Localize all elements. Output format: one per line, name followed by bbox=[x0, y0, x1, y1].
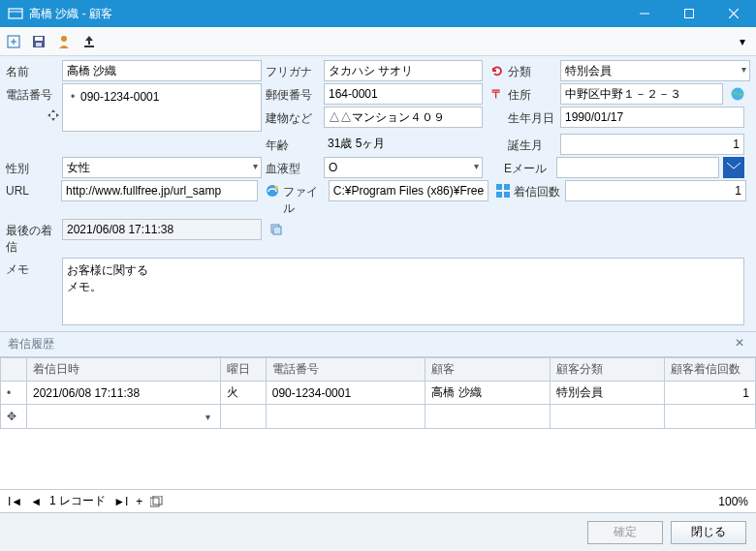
phone-list[interactable]: •090-1234-0001 bbox=[62, 83, 262, 132]
history-title: 着信履歴 bbox=[8, 336, 54, 352]
svg-rect-3 bbox=[685, 10, 694, 18]
user-icon[interactable] bbox=[56, 34, 72, 49]
nav-next-icon[interactable]: ►I bbox=[113, 495, 128, 508]
save-icon[interactable] bbox=[31, 34, 47, 49]
col-category[interactable]: 顧客分類 bbox=[551, 358, 664, 382]
label-birth: 生年月日 bbox=[508, 107, 560, 128]
menu-dropdown-icon[interactable]: ▾ bbox=[735, 34, 750, 49]
postal-input[interactable] bbox=[324, 83, 483, 105]
cell-category: 特別会員 bbox=[551, 382, 664, 405]
label-building: 建物など bbox=[266, 107, 324, 128]
nav-first-icon[interactable]: I◄ bbox=[8, 495, 22, 508]
refresh-icon[interactable] bbox=[487, 60, 508, 81]
cell-weekday: 火 bbox=[220, 382, 266, 405]
age-value: 31歳 5ヶ月 bbox=[324, 134, 483, 155]
cell-customer: 高橋 沙織 bbox=[425, 382, 551, 405]
table-row-new[interactable]: ✥ bbox=[1, 405, 756, 429]
row-bullet-icon: • bbox=[65, 90, 80, 104]
birth-input[interactable] bbox=[560, 107, 744, 128]
name-input[interactable] bbox=[62, 60, 262, 81]
building-input[interactable] bbox=[324, 107, 483, 128]
label-blood: 血液型 bbox=[266, 157, 324, 177]
history-grid: 着信日時 曜日 電話番号 顧客 顧客分類 顧客着信回数 • 2021/06/08… bbox=[0, 357, 756, 429]
svg-rect-11 bbox=[36, 43, 42, 46]
gender-select[interactable] bbox=[62, 157, 262, 178]
maximize-button[interactable] bbox=[667, 0, 711, 27]
label-address: 住所 bbox=[508, 83, 560, 105]
label-furigana: フリガナ bbox=[266, 60, 324, 80]
label-last-call: 最後の着信 bbox=[6, 219, 62, 256]
memo-textarea[interactable] bbox=[62, 258, 744, 325]
address-input[interactable] bbox=[560, 83, 723, 105]
call-count-value[interactable] bbox=[565, 180, 746, 201]
postal-icon[interactable]: 〒 bbox=[487, 83, 508, 105]
svg-rect-20 bbox=[496, 192, 502, 198]
titlebar: 高橋 沙織 - 顧客 bbox=[0, 0, 756, 27]
svg-rect-25 bbox=[153, 496, 162, 505]
category-select[interactable] bbox=[560, 60, 750, 81]
label-name: 名前 bbox=[6, 60, 62, 80]
minimize-button[interactable] bbox=[622, 0, 667, 27]
new-record-icon[interactable] bbox=[6, 34, 21, 49]
move-handle-icon[interactable] bbox=[47, 108, 60, 122]
label-postal: 郵便番号 bbox=[266, 83, 324, 105]
col-datetime[interactable]: 着信日時 bbox=[27, 358, 221, 382]
phone-value: 090-1234-0001 bbox=[80, 90, 159, 104]
history-grid-wrap: 着信日時 曜日 電話番号 顧客 顧客分類 顧客着信回数 • 2021/06/08… bbox=[0, 357, 756, 489]
confirm-button[interactable]: 確定 bbox=[587, 521, 663, 544]
windows-icon[interactable] bbox=[492, 180, 514, 201]
svg-point-17 bbox=[274, 186, 278, 190]
col-customer[interactable]: 顧客 bbox=[425, 358, 551, 382]
email-input[interactable] bbox=[556, 157, 719, 178]
nav-duplicate-icon[interactable] bbox=[150, 496, 164, 507]
label-file: ファイル bbox=[283, 180, 329, 217]
svg-rect-24 bbox=[150, 498, 159, 506]
new-datetime-input[interactable] bbox=[33, 408, 214, 425]
close-dialog-button[interactable]: 閉じる bbox=[671, 521, 746, 544]
birth-month-value[interactable] bbox=[560, 134, 744, 155]
table-row[interactable]: • 2021/06/08 17:11:38 火 090-1234-0001 高橋… bbox=[1, 382, 756, 405]
globe-icon[interactable] bbox=[727, 83, 748, 105]
upload-icon[interactable] bbox=[81, 34, 97, 49]
zoom-level[interactable]: 100% bbox=[718, 495, 748, 508]
label-call-count: 着信回数 bbox=[514, 180, 565, 200]
label-memo: メモ bbox=[6, 258, 62, 278]
label-category: 分類 bbox=[508, 60, 560, 80]
furigana-input[interactable] bbox=[324, 60, 483, 81]
nav-add-icon[interactable]: + bbox=[136, 495, 142, 508]
label-gender: 性別 bbox=[6, 157, 62, 177]
history-close-icon[interactable]: ✕ bbox=[731, 336, 748, 352]
svg-rect-19 bbox=[504, 184, 510, 190]
close-button[interactable] bbox=[711, 0, 756, 27]
col-count[interactable]: 顧客着信回数 bbox=[664, 358, 755, 382]
ie-icon[interactable] bbox=[262, 180, 283, 201]
copy-icon[interactable] bbox=[266, 219, 287, 240]
mail-icon[interactable] bbox=[723, 157, 744, 178]
cell-datetime: 2021/06/08 17:11:38 bbox=[27, 382, 221, 405]
cell-count: 1 bbox=[664, 382, 755, 405]
col-phone[interactable]: 電話番号 bbox=[266, 358, 425, 382]
label-birth-month: 誕生月 bbox=[508, 134, 560, 154]
last-call-input[interactable] bbox=[62, 219, 262, 240]
nav-prev-icon[interactable]: ◄ bbox=[30, 495, 42, 508]
svg-rect-10 bbox=[35, 37, 43, 41]
label-phone: 電話番号 bbox=[6, 83, 62, 104]
cell-phone: 090-1234-0001 bbox=[266, 382, 425, 405]
file-input[interactable] bbox=[329, 180, 488, 201]
record-counter: 1 レコード bbox=[49, 493, 106, 509]
app-icon bbox=[8, 6, 23, 21]
history-header: 着信履歴 ✕ bbox=[0, 331, 756, 357]
svg-rect-21 bbox=[504, 192, 510, 198]
svg-rect-13 bbox=[84, 46, 94, 47]
url-input[interactable] bbox=[61, 180, 258, 201]
move-handle-icon[interactable]: ✥ bbox=[1, 405, 27, 429]
svg-rect-23 bbox=[273, 227, 281, 234]
form-area: 名前 フリガナ 分類 電話番号 •090-1234-0001 郵便番号 〒 住所 bbox=[0, 56, 756, 331]
footer: 確定 閉じる bbox=[0, 512, 756, 551]
svg-rect-18 bbox=[496, 184, 502, 190]
record-navigator: I◄ ◄ 1 レコード ►I + 100% bbox=[0, 489, 756, 512]
blood-select[interactable] bbox=[324, 157, 483, 178]
col-weekday[interactable]: 曜日 bbox=[220, 358, 266, 382]
window-title: 高橋 沙織 - 顧客 bbox=[29, 6, 622, 22]
label-url: URL bbox=[6, 180, 61, 198]
